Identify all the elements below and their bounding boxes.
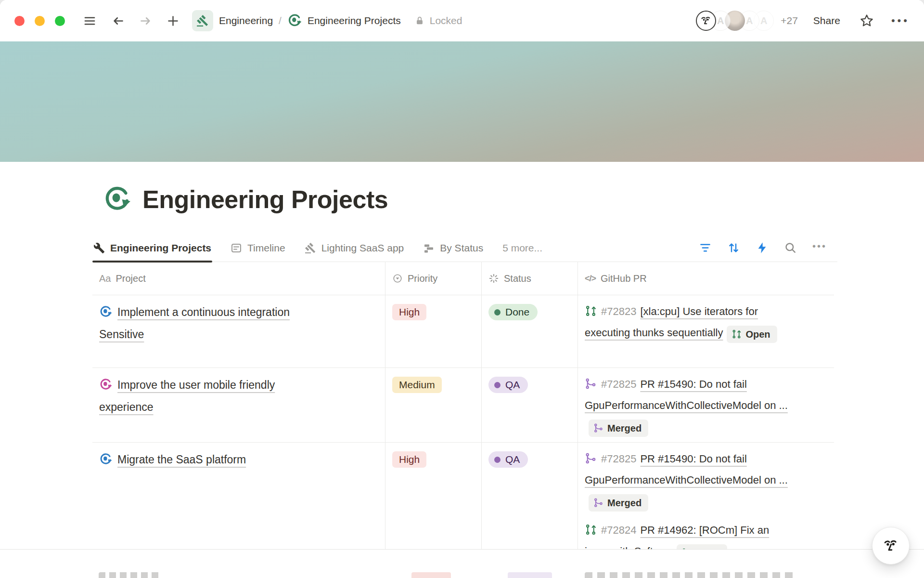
avatar-overflow-count[interactable]: +27	[781, 15, 798, 26]
sidebar-toggle-button[interactable]	[83, 14, 96, 27]
project-cell[interactable]: Improve the user mobile friendly experie…	[92, 368, 315, 442]
status-label: Done	[505, 306, 529, 318]
status-cell[interactable]: Done	[481, 295, 578, 368]
pr-number: #72823	[601, 305, 636, 317]
priority-badge[interactable]: Medium	[392, 377, 442, 393]
viewport-cutoff-band	[0, 549, 924, 572]
github-pr-cell[interactable]: #72825PR #15490: Do not fail GpuPerforma…	[578, 443, 800, 567]
tab-engineering-projects[interactable]: Engineering Projects	[92, 242, 212, 262]
table-row: Improve the user mobile friendly experie…	[92, 368, 834, 443]
forward-button[interactable]	[139, 14, 152, 27]
more-views-button[interactable]: 5 more...	[501, 242, 543, 262]
page-loop-icon[interactable]	[103, 185, 131, 213]
pull-request-open-icon	[585, 524, 597, 536]
locked-indicator[interactable]: Locked	[414, 15, 462, 26]
status-badge[interactable]: QA	[488, 377, 528, 393]
status-badge[interactable]: Done	[488, 304, 538, 320]
tab-lighting-saas-app[interactable]: Lighting SaaS app	[304, 242, 405, 262]
view-more-options-button[interactable]: •••	[812, 241, 827, 255]
status-cell[interactable]: QA	[481, 443, 578, 567]
locked-label: Locked	[430, 15, 462, 26]
window-controls	[14, 16, 65, 26]
column-header-project[interactable]: Aa Project	[92, 262, 385, 295]
column-header-priority[interactable]: Priority	[385, 262, 481, 295]
status-cell[interactable]: QA	[481, 368, 578, 442]
project-cell[interactable]: Migrate the SaaS platform	[92, 443, 315, 567]
status-dot-icon	[494, 382, 500, 388]
zoom-window-button[interactable]	[55, 16, 65, 26]
pr-state-badge[interactable]: Open	[727, 326, 777, 343]
avatar[interactable]	[696, 11, 716, 31]
page-title[interactable]: Engineering Projects	[142, 185, 388, 214]
pr-state-badge[interactable]: Merged	[589, 420, 648, 437]
project-loop-icon	[99, 305, 112, 318]
pull-request-merged-icon	[593, 423, 603, 433]
breadcrumb: Engineering / Engineering Projects	[192, 10, 401, 31]
share-button[interactable]: Share	[813, 15, 840, 26]
more-options-button[interactable]: •••	[891, 14, 910, 27]
database-table: Aa Project Priority Status </> GitHub PR…	[92, 262, 834, 567]
column-header-github-pr[interactable]: </> GitHub PR	[578, 262, 834, 295]
titlebar: Engineering / Engineering Projects Locke…	[0, 0, 924, 41]
next-row-peek	[99, 572, 160, 578]
sort-icon[interactable]	[727, 241, 740, 254]
status-burst-icon	[488, 273, 499, 284]
ai-assistant-button[interactable]	[872, 527, 910, 565]
hamburger-menu-icon	[83, 14, 96, 27]
priority-cell[interactable]: High	[385, 295, 481, 368]
favorite-button[interactable]	[860, 13, 874, 28]
tab-by-status[interactable]: By Status	[422, 242, 484, 262]
collaborator-avatars[interactable]: A A A	[696, 11, 774, 31]
github-pr-cell[interactable]: #72825PR #15490: Do not fail GpuPerforma…	[578, 368, 800, 442]
tab-label: Engineering Projects	[110, 242, 211, 254]
priority-badge[interactable]: High	[392, 304, 426, 320]
text-property-icon: Aa	[99, 273, 111, 284]
pull-request-open-icon	[732, 329, 742, 339]
pull-request-merged-icon	[585, 378, 597, 390]
avatar-face-icon	[699, 13, 713, 28]
status-dot-icon	[494, 457, 500, 463]
pull-request-open-icon	[585, 305, 597, 317]
new-tab-button[interactable]	[167, 14, 180, 27]
project-loop-icon	[99, 453, 112, 466]
breadcrumb-root-badge[interactable]	[192, 10, 213, 31]
github-pr-cell[interactable]: #72823[xla:cpu] Use iterators for execut…	[578, 295, 800, 368]
pr-state-badge[interactable]: Merged	[589, 494, 648, 512]
filter-icon[interactable]	[699, 241, 712, 254]
automation-bolt-icon[interactable]	[756, 241, 769, 254]
priority-cell[interactable]: Medium	[385, 368, 481, 442]
search-icon[interactable]	[784, 241, 797, 254]
status-badge[interactable]: QA	[488, 451, 528, 468]
pr-mention: #72825PR #15490: Do not fail GpuPerforma…	[585, 448, 793, 512]
titlebar-right: A A A +27 Share •••	[696, 11, 910, 31]
page-header: Engineering Projects	[103, 184, 924, 215]
priority-badge[interactable]: High	[392, 451, 426, 468]
ai-face-icon	[881, 536, 901, 556]
column-label: Status	[504, 273, 531, 284]
breadcrumb-page[interactable]: Engineering Projects	[308, 15, 401, 26]
tab-label: By Status	[440, 242, 483, 254]
back-button[interactable]	[112, 14, 125, 27]
pr-state-label: Merged	[607, 421, 642, 435]
column-header-status[interactable]: Status	[481, 262, 578, 295]
column-label: GitHub PR	[601, 273, 647, 284]
next-row-peek	[508, 572, 552, 578]
tab-timeline[interactable]: Timeline	[230, 242, 286, 262]
minimize-window-button[interactable]	[35, 16, 45, 26]
select-circle-icon	[392, 273, 403, 284]
status-label: QA	[505, 379, 520, 391]
more-views-label: 5 more...	[502, 242, 542, 254]
project-title-link[interactable]: Implement a continuous integration Sensi…	[99, 306, 290, 341]
view-tabs-bar: Engineering Projects Timeline Lighting S…	[92, 234, 837, 262]
project-cell[interactable]: Implement a continuous integration Sensi…	[92, 295, 315, 368]
project-title-link[interactable]: Improve the user mobile friendly experie…	[99, 379, 275, 413]
view-toolbar: •••	[699, 241, 827, 262]
code-property-icon: </>	[585, 274, 596, 284]
lock-icon	[414, 15, 425, 26]
priority-cell[interactable]: High	[385, 443, 481, 567]
close-window-button[interactable]	[14, 16, 25, 26]
project-title-link[interactable]: Migrate the SaaS platform	[117, 453, 246, 466]
pr-mention: #72825PR #15490: Do not fail GpuPerforma…	[585, 374, 793, 437]
next-row-peek	[585, 572, 796, 578]
breadcrumb-root[interactable]: Engineering	[219, 15, 273, 26]
